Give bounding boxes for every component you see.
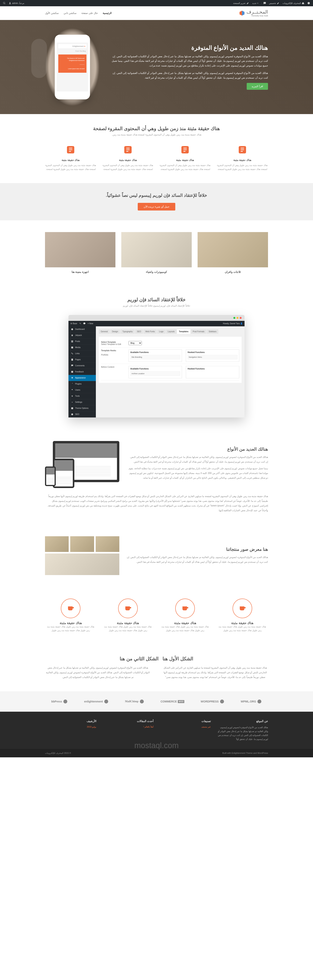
site-logo[interactable]: المحـتــرف Honestly truly multi (239, 9, 268, 17)
footer-link[interactable]: غير مصنف (160, 725, 211, 728)
adminbar-edit[interactable]: تحرير الصفحة (233, 2, 249, 5)
gallery-thumb-main[interactable] (45, 554, 119, 575)
category-item[interactable]: اجهزة معينة هنا (45, 232, 115, 274)
adminbar-search-icon[interactable] (3, 2, 6, 5)
adminbar-comments[interactable]: ٠ (261, 2, 266, 5)
wp-menu-item: Links (68, 351, 96, 357)
cup-icon (175, 598, 195, 618)
feature-title: هناك حقيقة مثبتة (217, 159, 268, 162)
categories-section: ثلاجات وافران كومبيوترات واشياء اجهزة مع… (0, 220, 313, 285)
svg-point-14 (71, 414, 73, 415)
partner-logo: WORDPRESS (201, 699, 224, 704)
feature-icon (237, 144, 248, 156)
circle-title: هناك حقيقة مثبتة (102, 621, 154, 625)
devices-mockup (45, 441, 119, 488)
circle-item: هناك حقيقة مثبتة هناك حقيقة مثبتة منذ زم… (102, 598, 154, 633)
section-title: هناك حقيقة مثبتة منذ زمن طويل وهي أن الم… (45, 126, 268, 131)
wp-menu-item: Jetpack (68, 332, 96, 339)
partner-logo: bbPress (51, 699, 68, 704)
wp-menu-item: Comments (68, 363, 96, 369)
footer-link[interactable]: أهلاً بالعالم ! (102, 725, 154, 728)
wp-menu-item: Users (68, 387, 96, 393)
wp-menu-item-active: Appearance (68, 375, 96, 381)
site-header: المحـتــرف Honestly truly multi الرئيسية… (0, 6, 313, 20)
nav-item[interactable]: سكشن الأول (45, 11, 58, 14)
wp-tabs: General Design Typography SEO Web Fonts … (99, 329, 242, 334)
feature-text: هناك حقيقة مثبتة منذ زمن طويل وهي أن الم… (160, 164, 211, 171)
nav-item[interactable]: حال على صفحة (81, 11, 98, 14)
feature-item: هناك حقيقة مثبتة هناك حقيقة مثبتة منذ زم… (160, 144, 211, 171)
category-title: كومبيوترات واشياء (121, 270, 192, 274)
feature-title: هناك حقيقة مثبتة (102, 159, 154, 162)
category-image (121, 232, 192, 267)
svg-point-16 (220, 700, 224, 703)
adminbar-customize[interactable]: تخصيص (269, 2, 280, 5)
category-title: اجهزة معينة هنا (45, 270, 115, 274)
section-subtitle: خلافاً للإعتقاد السائد فإن لوريم إيبسوم … (45, 304, 268, 307)
category-image (45, 232, 115, 267)
svg-point-17 (140, 700, 144, 703)
adminbar-wp-icon[interactable] (307, 2, 310, 5)
svg-rect-10 (71, 371, 73, 372)
wp-menu-item: Pages (68, 357, 96, 363)
two-text-section: الشكل الأول هنا الشكل الثاني من هنا هناك… (0, 644, 313, 691)
wp-menu-item: Plugins (68, 381, 96, 387)
cup-icon (232, 598, 252, 618)
download-button[interactable]: حمل أي شيء تريده الآن (138, 203, 175, 210)
circle-title: هناك حقيقة مثبتة (160, 621, 211, 625)
nav-home[interactable]: الرئيسية (103, 11, 112, 14)
circle-text: هناك حقيقة مثبتة منذ زمن طويل هناك حقيقة… (217, 625, 268, 633)
section-title: هنالك العديد من الأنواع (127, 447, 268, 452)
svg-point-18 (104, 700, 108, 703)
gallery-title: هنا معرض صور منتجاتنا (122, 547, 268, 552)
variety-section: هنالك العديد من الأنواع هنالك العديد من … (0, 429, 313, 525)
wp-admin-bar: المحترف للإلكترونيات تخصيص ٠ + جديد تحري… (0, 0, 313, 6)
wp-menu-item: SEO (68, 411, 96, 417)
section-subtitle: هناك حقيقة مثبتة منذ زمن طويل وهي أن الم… (45, 133, 268, 136)
svg-point-19 (63, 700, 67, 703)
wp-menu-item: Media (68, 345, 96, 351)
logo-text: المحـتــرف (247, 9, 268, 15)
full-paragraph: هناك حقيقة مثبتة منذ زمن طويل وهي أن الم… (45, 494, 268, 513)
feature-title: هناك حقيقة مثبتة (45, 159, 96, 162)
circle-text: هناك حقيقة مثبتة منذ زمن طويل هناك حقيقة… (102, 625, 154, 633)
circle-item: هناك حقيقة مثبتة هناك حقيقة مثبتة منذ زم… (45, 598, 96, 633)
wp-menu-item: Theme Options (68, 405, 96, 411)
adminbar-new[interactable]: + جديد (252, 2, 258, 5)
footer-link[interactable]: يوليو 2015 (45, 725, 96, 728)
gallery-text: هنالك العديد من الأنواع المتوفرة لنصوص ل… (122, 555, 268, 564)
read-more-button[interactable]: اقرأ المزيد (247, 83, 268, 90)
category-title: ثلاجات وافران (198, 270, 268, 274)
paragraph: هنالك العديد من الأنواع المتوفرة لنصوص ل… (45, 665, 151, 679)
hero-section: هنالك العديد من الأنواع المتوفرة هنالك ا… (0, 20, 313, 114)
logo-subtitle: Honestly truly multi (247, 15, 268, 17)
category-item[interactable]: ثلاجات وافران (198, 232, 268, 274)
feature-item: هناك حقيقة مثبتة هناك حقيقة مثبتة منذ زم… (217, 144, 268, 171)
paragraph: بينما تعمل جميع مولدات نصوص لوريم إيبسوم… (127, 466, 268, 480)
category-item[interactable]: كومبيوترات واشياء (121, 232, 192, 274)
wp-tab: Sidebars (207, 329, 218, 334)
feature-item: هناك حقيقة مثبتة هناك حقيقة مثبتة منذ زم… (45, 144, 96, 171)
phone-content: This theme is WP theme and Enlightenment… (58, 54, 87, 73)
svg-point-15 (258, 700, 261, 703)
wp-sidebar: Dashboard Jetpack Posts Media Links Page… (68, 326, 96, 417)
hero-paragraph: هنالك العديد من الأنواع المتوفرة لنصوص ل… (109, 71, 268, 80)
gallery-thumb[interactable] (45, 536, 69, 552)
nav-item[interactable]: سكشن ثاني (63, 11, 77, 14)
svg-point-0 (308, 2, 310, 4)
category-image (198, 232, 268, 267)
heading-part: الشكل الثاني من هنا (120, 656, 159, 661)
wp-preview-section: خلافاً للإعتقاد السائد فإن لوريم خلافاً … (0, 285, 313, 429)
wp-admin-screenshot: ⚙ Base ✎ 💬 + New Howdy, Daniel Tara 👤 Da… (68, 315, 245, 417)
svg-point-11 (72, 389, 73, 390)
gallery-thumb[interactable] (96, 536, 119, 552)
footer-bottom: mostaql.com Built with Enlightenment The… (0, 749, 313, 757)
gallery-thumb[interactable] (70, 536, 94, 552)
partner-logo: enlightenment (84, 699, 109, 704)
wp-tab: Layouts (166, 329, 177, 334)
adminbar-site[interactable]: المحترف للإلكترونيات (283, 2, 304, 5)
circle-title: هناك حقيقة مثبتة (217, 621, 268, 625)
circles-section: هناك حقيقة مثبتة هناك حقيقة مثبتة منذ زم… (0, 587, 313, 644)
cup-icon (118, 598, 138, 618)
adminbar-user[interactable]: مرحباً، admin (9, 2, 24, 5)
